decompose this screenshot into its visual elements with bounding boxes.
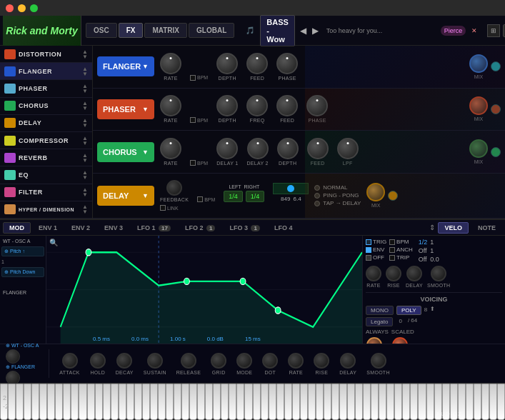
tab-lfo4[interactable]: LFO 4 [268, 222, 299, 234]
prev-preset-btn[interactable]: ◀ [298, 26, 309, 36]
pitch-up-btn[interactable]: ⊕ Pitch ↑ [1, 246, 44, 256]
release-knob[interactable] [181, 353, 196, 369]
phaser-rate-knob[interactable] [160, 95, 181, 116]
attack-label: ATTACK [59, 370, 79, 375]
tab-matrix[interactable]: MATRIX [144, 23, 187, 38]
attack-knob[interactable] [62, 353, 78, 369]
piano-keys-container[interactable] [0, 384, 505, 420]
rise-main-knob[interactable] [314, 353, 329, 369]
close-btn[interactable] [6, 4, 14, 12]
phaser-bpm-check[interactable] [190, 117, 196, 123]
porta-knob[interactable] [366, 337, 382, 344]
sustain-knob[interactable] [147, 353, 163, 369]
curve-knob[interactable] [392, 337, 408, 344]
anch-check[interactable] [389, 247, 395, 253]
sidebar-item-hyper[interactable]: HYPER / DIMENSION ▲ ▼ [0, 201, 92, 219]
sidebar-item-distortion[interactable]: DISTORTION ▲ ▼ [0, 46, 92, 63]
flanger-phase-knob[interactable] [276, 53, 298, 74]
octave-up[interactable]: 2 [3, 394, 9, 401]
flanger-rate-knob[interactable] [160, 53, 181, 74]
decay-knob[interactable] [116, 353, 132, 369]
phaser-depth-knob[interactable] [216, 95, 238, 116]
next-preset-btn[interactable]: ▶ [310, 26, 321, 36]
time-0.0ms: 0.0 ms [131, 336, 149, 342]
tab-mod[interactable]: MOD [3, 222, 31, 234]
trip-check[interactable] [389, 255, 395, 261]
mod-content: WT - OSC A ⊕ Pitch ↑ 1 ⊕ Pitch Down FLAN… [0, 236, 505, 344]
phaser-freq-knob[interactable] [246, 95, 268, 116]
pitch-down-btn[interactable]: ⊕ Pitch Down [1, 267, 44, 277]
audioz-watermark: AUDIOZ [436, 411, 462, 417]
env-check[interactable] [366, 247, 371, 253]
tab-lfo3[interactable]: LFO 3 1 [223, 222, 266, 234]
piano-keyboard[interactable]: AUDIOZ 2 -2 [0, 383, 505, 420]
sidebar-item-reverb[interactable]: REVERB ▲ ▼ [0, 149, 92, 166]
zoom-icon[interactable]: 🔍 [49, 239, 58, 246]
tab-lfo1[interactable]: LFO 1 17 [131, 222, 177, 234]
chorus-bpm-check[interactable] [190, 160, 196, 166]
chorus-toggle[interactable]: CHORUS ▼ [97, 142, 154, 162]
delay-main-knob[interactable] [340, 353, 356, 369]
flanger-feed-knob[interactable] [246, 53, 268, 74]
chorus-delay2-knob[interactable] [247, 138, 269, 159]
tab-velo[interactable]: VELO [438, 222, 469, 234]
grid-knob[interactable] [211, 353, 226, 369]
delay-link-check[interactable] [160, 205, 166, 211]
sidebar-item-eq[interactable]: EQ ▲ ▼ [0, 166, 92, 184]
flanger-toggle[interactable]: FLANGER ▼ [97, 56, 154, 76]
flanger-depth-knob[interactable] [216, 53, 238, 74]
chorus-depth-knob[interactable] [277, 138, 299, 159]
mono-btn[interactable]: MONO [366, 306, 394, 315]
sidebar-item-compressor[interactable]: COMPRESSOR ▲ ▼ [0, 132, 92, 149]
tab-env1[interactable]: ENV 1 [32, 222, 64, 234]
chorus-delay1-knob[interactable] [216, 138, 238, 159]
sidebar-item-flanger[interactable]: FLANGER ▲ ▼ [0, 63, 92, 80]
tab-env2[interactable]: ENV 2 [65, 222, 96, 234]
chorus-rate-knob[interactable] [160, 138, 181, 159]
svg-point-5 [184, 278, 190, 284]
preset-tag[interactable]: Pierce [441, 26, 466, 36]
bpm-check2[interactable] [389, 239, 395, 245]
poly-btn[interactable]: POLY [396, 306, 421, 315]
delay-knob[interactable] [406, 266, 422, 281]
smooth-knob[interactable] [431, 266, 446, 281]
rate-main-knob[interactable] [288, 353, 304, 369]
chorus-feed-knob[interactable] [307, 138, 329, 159]
smooth-main-knob[interactable] [371, 353, 386, 369]
octave-down[interactable]: -2 [3, 403, 9, 410]
delay-left-value[interactable]: 1/4 [224, 191, 243, 202]
phaser-toggle[interactable]: PHASER ▼ [97, 99, 154, 119]
dot-knob[interactable] [262, 353, 278, 369]
phaser-feed-knob[interactable] [276, 95, 298, 116]
mode-knob[interactable] [236, 353, 252, 369]
delay-toggle[interactable]: DELAY ▼ [97, 186, 154, 206]
legato-btn[interactable]: Legato [366, 317, 393, 326]
tab-env3[interactable]: ENV 3 [98, 222, 129, 234]
hold-knob[interactable] [90, 353, 106, 369]
tab-note[interactable]: NOTE [471, 222, 502, 234]
tab-osc[interactable]: OSC [86, 23, 117, 38]
sidebar-item-filter[interactable]: FILTER ▲ ▼ [0, 184, 92, 201]
tab-fx[interactable]: FX [119, 23, 144, 38]
grid-icon[interactable]: ⊞ [487, 24, 500, 37]
rise-knob[interactable] [386, 266, 401, 281]
preset-name[interactable]: BASS - Wow [260, 15, 295, 46]
maximize-btn[interactable] [30, 4, 38, 12]
minimize-btn[interactable] [18, 4, 26, 12]
trig-check[interactable] [366, 239, 371, 245]
close-icon[interactable]: ✕ [469, 27, 480, 34]
delay-bpm-check[interactable] [197, 196, 203, 202]
sidebar-item-delay[interactable]: DELAY ▲ ▼ [0, 115, 92, 132]
flanger-bpm-check[interactable] [190, 75, 196, 81]
chorus-lpf-knob[interactable] [337, 138, 359, 159]
delay-right-value[interactable]: 1/4 [246, 191, 265, 202]
bpm-col: BPM ANCH TRIP [389, 239, 413, 263]
delay-feedback-knob[interactable] [166, 180, 182, 196]
rate-knob[interactable] [366, 266, 381, 281]
tab-lfo2[interactable]: LFO 2 1 [179, 222, 221, 234]
wt-knob[interactable] [6, 349, 20, 364]
sidebar-item-chorus[interactable]: CHORUS ▲ ▼ [0, 98, 92, 115]
off-check[interactable] [366, 255, 371, 261]
sidebar-item-phaser[interactable]: PHASER ▲ ▼ [0, 80, 92, 97]
tab-global[interactable]: GLOBAL [189, 23, 234, 38]
